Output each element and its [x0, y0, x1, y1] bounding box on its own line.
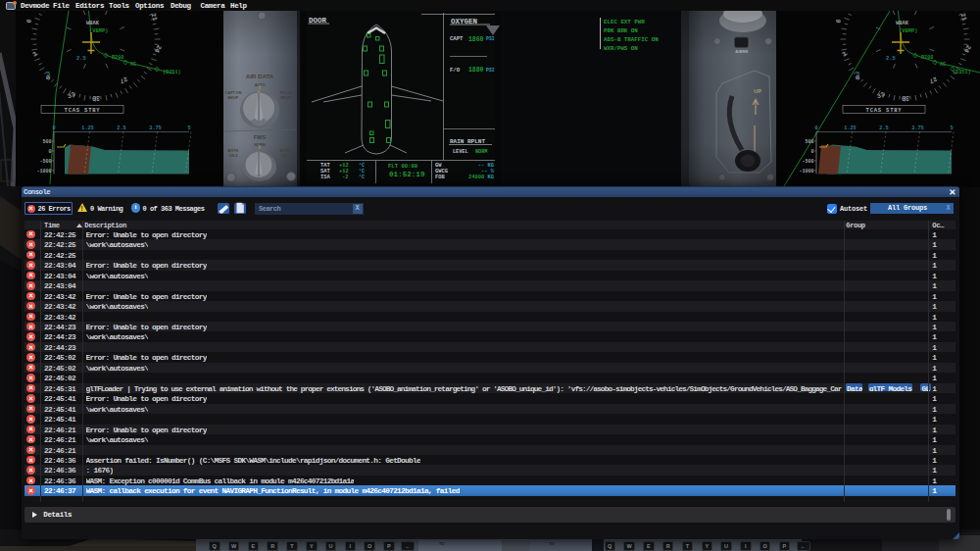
svg-text:TO: TO — [549, 541, 554, 546]
svg-text:TO: TO — [439, 541, 444, 546]
